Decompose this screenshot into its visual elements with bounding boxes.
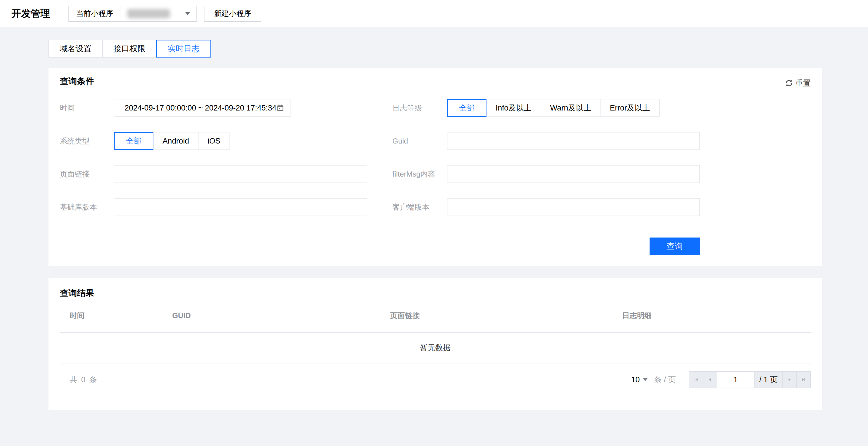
prev-page-button[interactable] [703,371,717,388]
caret-down-icon [643,378,648,381]
page-size-unit-label: 条 / 页 [654,375,676,385]
current-mini-program-switcher: 当前小程序 [68,6,197,22]
query-conditions-title: 查询条件 [60,76,811,86]
empty-state-row: 暂无数据 [60,333,811,363]
reset-icon [785,79,793,87]
last-page-icon [801,377,806,382]
base-lib-version-field-label: 基础库版本 [60,202,114,212]
time-range-value: 2024-09-17 00:00:00 ~ 2024-09-20 17:45:3… [125,104,276,112]
new-mini-program-button[interactable]: 新建小程序 [204,6,261,22]
next-page-button[interactable] [782,371,797,388]
column-header-log-detail: 日志明细 [622,311,811,321]
page-size-value: 10 [631,375,640,384]
log-level-option-info[interactable]: Info及以上 [486,99,541,117]
log-level-option-all[interactable]: 全部 [447,99,487,117]
base-lib-version-input[interactable] [114,198,367,216]
page-title: 开发管理 [11,7,50,20]
client-version-input[interactable] [447,198,700,216]
results-footer: 共 0 条 10 条 / 页 [60,364,811,388]
time-range-picker[interactable]: 2024-09-17 00:00:00 ~ 2024-09-20 17:45:3… [114,99,291,117]
reset-label: 重置 [795,78,811,88]
mini-program-name-redacted [127,9,170,18]
log-level-option-warn[interactable]: Warn及以上 [540,99,601,117]
log-level-field-label: 日志等级 [392,103,447,113]
next-page-icon [787,377,792,382]
total-pages-label: / 1 页 [754,371,783,388]
column-header-page-url: 页面链接 [390,311,622,321]
tab-realtime-logs[interactable]: 实时日志 [156,40,211,58]
client-version-field-label: 客户端版本 [392,202,447,212]
main-content: 域名设置 接口权限 实时日志 查询条件 重置 时间 2024-09-17 00:… [49,40,822,410]
os-type-segmented: 全部 Android iOS [114,132,367,150]
query-results-title: 查询结果 [60,288,811,298]
tab-domain-settings[interactable]: 域名设置 [49,40,103,58]
last-page-button[interactable] [797,371,811,388]
os-type-option-all[interactable]: 全部 [114,132,153,150]
page-url-field-label: 页面链接 [60,169,114,179]
total-count-text: 共 0 条 [69,375,98,385]
empty-state-text: 暂无数据 [420,343,451,353]
tab-bar: 域名设置 接口权限 实时日志 [49,40,822,58]
current-page-input[interactable] [717,371,754,388]
reset-button[interactable]: 重置 [785,78,811,88]
guid-field-label: Guid [392,137,447,145]
first-page-icon [694,377,698,382]
calendar-icon [276,104,284,112]
results-table-header: 时间 GUID 页面链接 日志明细 [60,310,811,321]
current-mini-program-select[interactable] [121,6,197,22]
caret-down-icon [185,12,190,15]
prev-page-icon [708,377,712,382]
filter-msg-input[interactable] [447,165,700,183]
os-type-field-label: 系统类型 [60,136,114,146]
log-level-segmented: 全部 Info及以上 Warn及以上 Error及以上 [447,99,700,117]
guid-input[interactable] [447,132,700,150]
top-bar: 开发管理 当前小程序 新建小程序 [0,0,868,27]
page-size-select[interactable]: 10 [631,375,648,384]
log-level-option-error[interactable]: Error及以上 [600,99,659,117]
query-conditions-panel: 查询条件 重置 时间 2024-09-17 00:00:00 ~ 2024-09… [49,68,822,266]
time-field-label: 时间 [60,103,114,113]
tab-api-permissions[interactable]: 接口权限 [102,40,157,58]
query-form: 时间 2024-09-17 00:00:00 ~ 2024-09-20 17:4… [60,99,811,216]
filter-msg-field-label: filterMsg内容 [392,169,447,179]
pagination: 10 条 / 页 [631,371,811,388]
column-header-time: 时间 [69,311,172,321]
os-type-option-android[interactable]: Android [153,132,198,150]
first-page-button[interactable] [689,371,703,388]
pager-controls: / 1 页 [689,371,811,388]
column-header-guid: GUID [172,311,390,320]
page-url-input[interactable] [114,165,367,183]
search-button[interactable]: 查询 [650,238,700,255]
query-results-panel: 查询结果 时间 GUID 页面链接 日志明细 暂无数据 共 0 条 10 条 /… [49,278,822,410]
os-type-option-ios[interactable]: iOS [198,132,230,150]
current-mini-program-label: 当前小程序 [68,6,121,22]
